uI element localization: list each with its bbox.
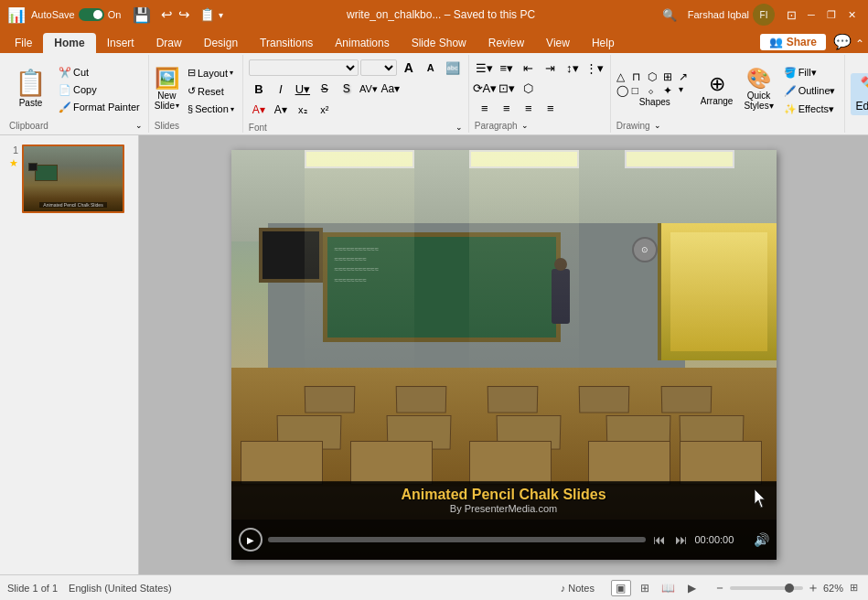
shapes-button[interactable]: △ ⊓ ⬡ ⊞ ↗ ◯ □ ⬦ ✦ ▾ Shapes bbox=[616, 70, 693, 107]
tab-animations[interactable]: Animations bbox=[324, 33, 400, 53]
increase-indent-button[interactable]: ⇥ bbox=[541, 59, 561, 77]
paste-button[interactable]: 📋 Paste bbox=[9, 66, 52, 110]
italic-button[interactable]: I bbox=[271, 80, 291, 98]
shape-effects-button[interactable]: ✨ Effects▾ bbox=[781, 102, 839, 117]
tab-view[interactable]: View bbox=[535, 33, 581, 53]
align-text-button[interactable]: ⊡▾ bbox=[497, 79, 517, 97]
character-spacing-button[interactable]: AV▾ bbox=[359, 80, 379, 98]
shape-8[interactable]: ⬦ bbox=[648, 84, 662, 97]
shape-9[interactable]: ✦ bbox=[663, 84, 678, 97]
layout-button[interactable]: ⊟ Layout ▾ bbox=[185, 65, 237, 80]
align-right-button[interactable]: ≡ bbox=[519, 99, 539, 117]
justify-button[interactable]: ≡ bbox=[541, 99, 561, 117]
share-button[interactable]: 👥 Share bbox=[760, 34, 826, 50]
underline-button[interactable]: U▾ bbox=[293, 80, 313, 98]
copy-button[interactable]: 📄 Copy bbox=[56, 82, 143, 98]
clipboard-expand[interactable]: ⌄ bbox=[135, 121, 143, 130]
slide-sorter-button[interactable]: ⊞ bbox=[635, 580, 655, 596]
rewind-button[interactable]: ⏮ bbox=[651, 532, 668, 547]
save-button[interactable]: 💾 bbox=[132, 5, 152, 24]
tab-draw[interactable]: Draw bbox=[145, 33, 193, 53]
normal-view-button[interactable]: ▣ bbox=[611, 580, 631, 596]
increase-font-size-button[interactable]: A bbox=[399, 59, 419, 77]
tab-slide-show[interactable]: Slide Show bbox=[401, 33, 477, 53]
paragraph-expand[interactable]: ⌄ bbox=[521, 121, 529, 130]
redo-button[interactable]: ↪ bbox=[177, 5, 192, 25]
shape-7[interactable]: □ bbox=[632, 84, 647, 97]
font-expand[interactable]: ⌄ bbox=[455, 123, 463, 132]
shape-outline-button[interactable]: 🖊️ Outline▾ bbox=[781, 83, 839, 99]
shape-3[interactable]: ⬡ bbox=[648, 70, 662, 83]
close-button[interactable]: ✕ bbox=[842, 5, 861, 24]
clear-formatting-button[interactable]: 🔤 bbox=[443, 59, 463, 77]
progress-bar[interactable] bbox=[268, 537, 646, 542]
cut-button[interactable]: ✂️ Cut bbox=[56, 65, 143, 80]
quick-styles-button[interactable]: 🎨 Quick Styles▾ bbox=[740, 65, 777, 112]
shape-more[interactable]: ▾ bbox=[679, 84, 693, 97]
drawing-expand[interactable]: ⌄ bbox=[654, 121, 661, 130]
subscript-button[interactable]: x₂ bbox=[293, 101, 313, 119]
new-slide-arrow[interactable]: ▾ bbox=[176, 102, 179, 110]
decrease-indent-button[interactable]: ⇤ bbox=[519, 59, 539, 77]
shape-6[interactable]: ◯ bbox=[616, 84, 631, 97]
decrease-font-size-button[interactable]: A bbox=[421, 59, 441, 77]
reset-button[interactable]: ↺ Reset bbox=[185, 83, 237, 99]
bold-button[interactable]: B bbox=[249, 80, 269, 98]
zoom-out-button[interactable]: － bbox=[713, 580, 726, 596]
tab-design[interactable]: Design bbox=[193, 33, 249, 53]
change-case-button[interactable]: Aa▾ bbox=[380, 80, 401, 98]
highlight-color-button[interactable]: A▾ bbox=[271, 101, 291, 119]
format-painter-button[interactable]: 🖌️ Format Painter bbox=[56, 100, 143, 115]
tab-review[interactable]: Review bbox=[477, 33, 535, 53]
align-center-button[interactable]: ≡ bbox=[497, 99, 517, 117]
slideshow-button[interactable]: ▶ bbox=[682, 580, 702, 596]
slide-canvas[interactable]: ≈≈≈≈≈≈≈≈≈≈≈≈≈≈≈≈≈≈≈≈≈≈≈≈≈≈≈≈≈≈≈≈≈≈≈≈≈≈ ⊙ bbox=[231, 150, 777, 560]
shape-4[interactable]: ⊞ bbox=[663, 70, 678, 83]
section-button[interactable]: § Section ▾ bbox=[185, 102, 237, 116]
shape-5[interactable]: ↗ bbox=[679, 70, 693, 83]
editing-button[interactable]: ✏️ Editing bbox=[851, 73, 869, 115]
bullets-button[interactable]: ☰▾ bbox=[475, 59, 495, 77]
zoom-in-button[interactable]: ＋ bbox=[807, 580, 820, 596]
avatar[interactable]: FI bbox=[753, 4, 775, 26]
collapse-ribbon-button[interactable]: ⌃ bbox=[852, 38, 868, 50]
new-slide-button[interactable]: 🖼️ New Slide ▾ bbox=[155, 67, 179, 111]
font-name-select[interactable] bbox=[249, 59, 359, 76]
shape-1[interactable]: △ bbox=[616, 70, 631, 83]
restore-button[interactable]: ❐ bbox=[822, 5, 841, 24]
autosave-toggle[interactable] bbox=[79, 8, 104, 21]
line-spacing-button[interactable]: ↕▾ bbox=[563, 59, 583, 77]
convert-smartart-button[interactable]: ⬡ bbox=[519, 79, 539, 97]
columns-button[interactable]: ⋮▾ bbox=[584, 59, 605, 77]
ribbon-display-options[interactable]: ⊡ bbox=[782, 5, 800, 24]
fit-slide-button[interactable]: ⊞ bbox=[847, 582, 861, 594]
superscript-button[interactable]: x² bbox=[315, 101, 335, 119]
tab-transitions[interactable]: Transitions bbox=[249, 33, 324, 53]
slide-thumbnail[interactable]: Animated Pencil Chalk Slides bbox=[22, 145, 124, 213]
canvas-area[interactable]: ≈≈≈≈≈≈≈≈≈≈≈≈≈≈≈≈≈≈≈≈≈≈≈≈≈≈≈≈≈≈≈≈≈≈≈≈≈≈ ⊙ bbox=[139, 135, 868, 574]
forward-button[interactable]: ⏭ bbox=[673, 532, 690, 547]
font-size-select[interactable] bbox=[360, 59, 397, 76]
shape-fill-button[interactable]: 🪣 Fill▾ bbox=[781, 65, 839, 80]
minimize-button[interactable]: ─ bbox=[802, 5, 820, 24]
strikethrough-button[interactable]: S bbox=[315, 80, 335, 98]
numbering-button[interactable]: ≡▾ bbox=[497, 59, 517, 77]
volume-icon[interactable]: 🔊 bbox=[754, 532, 769, 547]
shape-2[interactable]: ⊓ bbox=[632, 70, 647, 83]
text-direction-button[interactable]: ⟳A▾ bbox=[475, 79, 495, 97]
tab-help[interactable]: Help bbox=[581, 33, 626, 53]
tab-insert[interactable]: Insert bbox=[96, 33, 145, 53]
zoom-slider[interactable] bbox=[730, 586, 803, 590]
tab-file[interactable]: File bbox=[4, 33, 43, 53]
comment-button[interactable]: 💬 bbox=[833, 33, 852, 50]
shadow-button[interactable]: S bbox=[337, 80, 357, 98]
align-left-button[interactable]: ≡ bbox=[475, 99, 495, 117]
play-button[interactable]: ▶ bbox=[239, 528, 263, 552]
arrange-button[interactable]: ⊕ Arrange bbox=[697, 70, 737, 108]
reading-view-button[interactable]: 📖 bbox=[659, 580, 679, 596]
undo-button[interactable]: ↩ bbox=[159, 5, 175, 25]
tab-home[interactable]: Home bbox=[43, 33, 95, 53]
search-icon[interactable]: 🔍 bbox=[659, 6, 680, 24]
notes-button[interactable]: ♪ Notes bbox=[555, 581, 600, 595]
font-color-button[interactable]: A▾ bbox=[249, 101, 269, 119]
